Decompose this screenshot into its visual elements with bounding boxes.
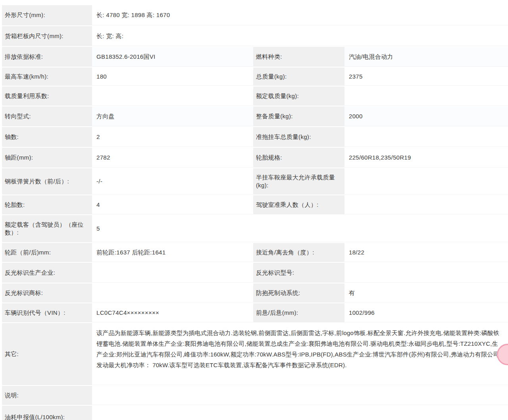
spec-label: 反光标识型号: (253, 263, 344, 283)
spec-row: 说明: (2, 386, 508, 406)
spec-row: 排放依据标准: GB18352.6-2016国VI 燃料种类: 汽油/电混合动力 (2, 47, 508, 67)
spec-label: 其它: (2, 323, 92, 385)
spec-label: 前悬/后悬(mm): (253, 303, 344, 322)
spec-row: 最高车速(km/h): 180 总质量(kg): 2375 (2, 67, 508, 87)
spec-label: 燃料种类: (253, 47, 344, 67)
spec-label: 车辆识别代号（VIN）: (2, 303, 92, 322)
spec-value (344, 195, 508, 214)
spec-row: 载质量利用系数: 额定载质量(kg): (2, 87, 508, 106)
spec-row-other: 其它: 该产品为新能源车辆,新能源类型为插电式混合动力.选装轮钢,前侧面雷达,后… (2, 323, 508, 386)
spec-label: 排放依据标准: (2, 47, 92, 67)
spec-label: 轮距（前/后)mm: (2, 243, 92, 262)
spec-label: 防抱死制动系统: (253, 283, 344, 302)
spec-label: 轮胎规格: (253, 148, 344, 168)
spec-row: 外形尺寸(mm): 长: 4780 宽: 1898 高: 1670 (2, 5, 508, 26)
spec-label: 反光标识生产企业: (2, 263, 92, 283)
spec-value (344, 87, 508, 106)
spec-value: LC0C74C4××××××××× (92, 303, 253, 322)
spec-label: 接近角/离去角（度）: (253, 243, 344, 262)
spec-row: 反光标识生产企业: 反光标识型号: (2, 263, 508, 283)
spec-row: 额定载客（含驾驶员）（座位数）: 5 (2, 215, 508, 243)
spec-label: 总质量(kg): (253, 67, 344, 86)
spec-value (344, 127, 508, 147)
spec-value (92, 283, 253, 302)
spec-value (344, 168, 508, 195)
spec-value: 2 (92, 127, 253, 147)
spec-label: 说明: (2, 386, 92, 405)
spec-value: 前轮距:1637 后轮距:1641 (92, 243, 253, 262)
spec-value: 18/22 (344, 243, 508, 262)
spec-label: 整备质量(kg): (253, 106, 344, 126)
spec-value (92, 386, 508, 405)
spec-value: 2782 (92, 148, 253, 168)
spec-row: 钢板弹簧片数（前/后）: -/- 半挂车鞍座最大允许承载质量(kg): (2, 168, 508, 195)
spec-label: 额定载客（含驾驶员）（座位数）: (2, 215, 92, 242)
spec-row: 轴距(mm): 2782 轮胎规格: 225/60R18,235/50R19 (2, 148, 508, 168)
spec-label: 最高车速(km/h): (2, 67, 92, 86)
spec-label: 油耗申报值(L/100km): (2, 406, 92, 420)
spec-row: 轮距（前/后)mm: 前轮距:1637 后轮距:1641 接近角/离去角（度）:… (2, 243, 508, 263)
spec-value: 180 (92, 67, 253, 86)
spec-row: 轮胎数: 4 驾驶室准乘人数（人）: (2, 195, 508, 215)
spec-value: 长: 4780 宽: 1898 高: 1670 (92, 5, 508, 25)
spec-value: 2000 (344, 106, 508, 126)
spec-value: 5 (92, 215, 508, 242)
spec-label: 货箱栏板内尺寸(mm): (2, 26, 92, 46)
spec-value: 225/60R18,235/50R19 (344, 148, 508, 168)
spec-value: 长: 宽: 高: (92, 26, 508, 46)
spec-label: 钢板弹簧片数（前/后）: (2, 168, 92, 195)
spec-label: 转向型式: (2, 106, 92, 126)
spec-label: 准拖挂车总质量(kg): (253, 127, 344, 147)
spec-value: GB18352.6-2016国VI (92, 47, 253, 67)
spec-row: 油耗申报值(L/100km): (2, 406, 508, 420)
spec-row: 转向型式: 方向盘 整备质量(kg): 2000 (2, 106, 508, 127)
spec-value (344, 263, 508, 283)
spec-row: 货箱栏板内尺寸(mm): 长: 宽: 高: (2, 26, 508, 47)
vehicle-spec-table: 外形尺寸(mm): 长: 4780 宽: 1898 高: 1670 货箱栏板内尺… (2, 5, 508, 420)
spec-value (92, 87, 253, 106)
vehicle-spec-page: 外形尺寸(mm): 长: 4780 宽: 1898 高: 1670 货箱栏板内尺… (0, 0, 508, 420)
spec-label: 额定载质量(kg): (253, 87, 344, 106)
spec-row: 反光标识商标: 防抱死制动系统: 有 (2, 283, 508, 303)
spec-value: 1002/996 (344, 303, 508, 322)
spec-value (92, 406, 508, 420)
spec-row: 车辆识别代号（VIN）: LC0C74C4××××××××× 前悬/后悬(mm)… (2, 303, 508, 323)
spec-value: 有 (344, 283, 508, 302)
spec-value: 4 (92, 195, 253, 214)
spec-row: 轴数: 2 准拖挂车总质量(kg): (2, 127, 508, 148)
spec-value: 方向盘 (92, 106, 253, 126)
spec-label: 驾驶室准乘人数（人）: (253, 195, 344, 214)
spec-label: 外形尺寸(mm): (2, 5, 92, 25)
spec-label: 轴距(mm): (2, 148, 92, 168)
spec-value: -/- (92, 168, 253, 195)
spec-label: 轴数: (2, 127, 92, 147)
spec-value-other-description: 该产品为新能源车辆,新能源类型为插电式混合动力.选装轮钢,前侧面雷达,后侧面雷达… (92, 323, 508, 385)
spec-label: 载质量利用系数: (2, 87, 92, 106)
spec-value: 汽油/电混合动力 (344, 47, 508, 67)
spec-value (92, 263, 253, 283)
spec-label: 半挂车鞍座最大允许承载质量(kg): (253, 168, 344, 195)
spec-label: 轮胎数: (2, 195, 92, 214)
spec-value: 2375 (344, 67, 508, 86)
spec-label: 反光标识商标: (2, 283, 92, 302)
